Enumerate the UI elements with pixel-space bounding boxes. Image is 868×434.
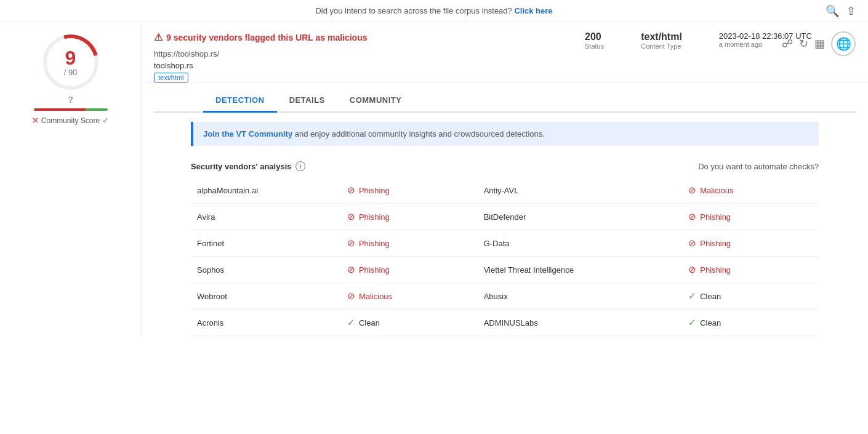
vendor-name: Webroot — [191, 283, 341, 310]
vendor-name: ADMINUSLabs — [478, 310, 683, 336]
header-actions: ☍ ↻ ▦ 🌐 — [782, 31, 856, 56]
vendor-result: ⊘Phishing — [341, 257, 478, 283]
warning-bar: ⚠ 9 security vendors flagged this URL as… — [154, 31, 368, 43]
community-score: ✕ Community Score ✓ — [32, 116, 109, 125]
status-label: Status — [585, 42, 604, 50]
vendor-name: BitDefender — [478, 204, 683, 230]
result-text: Clean — [700, 292, 721, 301]
corpus-message-text: Did you intend to search across the file… — [315, 6, 512, 15]
globe-icon-btn[interactable]: 🌐 — [831, 31, 856, 56]
click-here-link[interactable]: Click here — [514, 6, 552, 15]
result-text: Malicious — [359, 292, 392, 301]
vendor-name: G-Data — [478, 230, 683, 257]
clean-icon: ✓ — [347, 317, 355, 328]
malicious-icon: ⊘ — [688, 238, 696, 249]
result-text: Phishing — [359, 186, 390, 195]
table-row: alphaMountain.ai⊘PhishingAntiy-AVL⊘Malic… — [191, 177, 819, 204]
vendor-result: ⊘Phishing — [341, 177, 478, 204]
community-score-label: Community Score — [41, 116, 100, 125]
analysis-header: Security vendors' analysis i Do you want… — [191, 155, 819, 177]
community-banner: Join the VT Community and enjoy addition… — [191, 122, 819, 146]
analysis-title: Security vendors' analysis i — [191, 161, 305, 171]
analysis-section: Security vendors' analysis i Do you want… — [142, 155, 868, 336]
score-panel: 9 / 90 ? ✕ Community Score ✓ — [0, 22, 142, 336]
x-icon: ✕ — [32, 116, 39, 125]
top-bar-icons: 🔍 ⇧ — [826, 4, 856, 18]
result-text: Phishing — [700, 212, 731, 222]
malicious-icon: ⊘ — [688, 211, 696, 222]
clean-icon: ✓ — [688, 291, 696, 302]
malicious-icon: ⊘ — [347, 238, 355, 249]
malicious-icon: ⊘ — [688, 264, 696, 275]
url-address: https://toolshop.rs/ — [154, 49, 368, 58]
automate-text: Do you want to automate checks? — [698, 162, 819, 171]
check-icon: ✓ — [102, 116, 109, 125]
result-text: Phishing — [700, 265, 731, 275]
result-text: Phishing — [700, 239, 731, 248]
info-icon[interactable]: i — [295, 161, 305, 171]
vendor-result: ⊘Malicious — [341, 283, 478, 310]
content-type-meta: text/html Content Type — [641, 31, 682, 50]
vendor-name: Antiy-AVL — [478, 177, 683, 204]
score-arc — [33, 25, 108, 100]
tab-details[interactable]: DETAILS — [277, 89, 337, 113]
malicious-icon: ⊘ — [347, 291, 355, 302]
url-badge: text/html — [154, 73, 188, 82]
result-text: Clean — [359, 318, 380, 328]
search-icon[interactable]: 🔍 — [826, 4, 839, 18]
result-text: Clean — [700, 318, 721, 328]
clean-icon: ✓ — [688, 317, 696, 328]
table-row: Sophos⊘PhishingViettel Threat Intelligen… — [191, 257, 819, 283]
result-text: Phishing — [359, 239, 390, 248]
compare-icon[interactable]: ☍ — [782, 37, 793, 50]
upload-icon[interactable]: ⇧ — [846, 4, 856, 18]
url-domain: toolshop.rs — [154, 61, 368, 70]
result-text: Malicious — [700, 186, 733, 195]
corpus-message: Did you intend to search across the file… — [315, 6, 552, 15]
malicious-icon: ⊘ — [688, 185, 696, 196]
tab-detection[interactable]: DETECTION — [203, 89, 277, 113]
content-type-value: text/html — [641, 31, 682, 42]
vendor-result: ✓Clean — [682, 283, 819, 310]
score-circle: 9 / 90 — [43, 34, 98, 90]
vendor-name: Abusix — [478, 283, 683, 310]
vendor-result: ⊘Phishing — [682, 257, 819, 283]
content-type-label: Content Type — [641, 42, 682, 50]
vendor-result: ✓Clean — [682, 310, 819, 336]
malicious-icon: ⊘ — [347, 211, 355, 222]
vendor-result: ⊘Phishing — [341, 230, 478, 257]
malicious-icon: ⊘ — [347, 264, 355, 275]
warning-text: 9 security vendors flagged this URL as m… — [166, 33, 368, 42]
vt-community-link[interactable]: Join the VT Community — [203, 129, 292, 139]
analysis-title-text: Security vendors' analysis — [191, 162, 292, 171]
table-row: Fortinet⊘PhishingG-Data⊘Phishing — [191, 230, 819, 257]
analysis-table: alphaMountain.ai⊘PhishingAntiy-AVL⊘Malic… — [191, 177, 819, 336]
vendor-result: ⊘Phishing — [682, 230, 819, 257]
vendor-result: ⊘Phishing — [341, 204, 478, 230]
vendor-name: Viettel Threat Intelligence — [478, 257, 683, 283]
warning-icon: ⚠ — [154, 31, 163, 43]
score-question: ? — [68, 95, 73, 105]
malicious-icon: ⊘ — [347, 185, 355, 196]
top-bar: Did you intend to search across the file… — [0, 0, 868, 22]
tabs: DETECTION DETAILS COMMUNITY — [154, 89, 856, 113]
result-text: Phishing — [359, 212, 390, 222]
tab-community[interactable]: COMMUNITY — [337, 89, 414, 113]
vendor-name: Sophos — [191, 257, 341, 283]
table-row: Acronis✓CleanADMINUSLabs✓Clean — [191, 310, 819, 336]
refresh-icon[interactable]: ↻ — [799, 37, 808, 50]
vendor-name: Acronis — [191, 310, 341, 336]
score-bar — [34, 108, 108, 111]
url-info: ⚠ 9 security vendors flagged this URL as… — [154, 31, 368, 82]
result-text: Phishing — [359, 265, 390, 275]
table-row: Webroot⊘MaliciousAbusix✓Clean — [191, 283, 819, 310]
vendor-result: ⊘Malicious — [682, 177, 819, 204]
status-meta: 200 Status — [585, 31, 604, 50]
vendor-result: ⊘Phishing — [682, 204, 819, 230]
community-banner-text: and enjoy additional community insights … — [292, 129, 545, 139]
vendor-name: Avira — [191, 204, 341, 230]
table-row: Avira⊘PhishingBitDefender⊘Phishing — [191, 204, 819, 230]
qr-icon[interactable]: ▦ — [814, 37, 825, 50]
status-value: 200 — [585, 31, 604, 42]
vendor-name: Fortinet — [191, 230, 341, 257]
